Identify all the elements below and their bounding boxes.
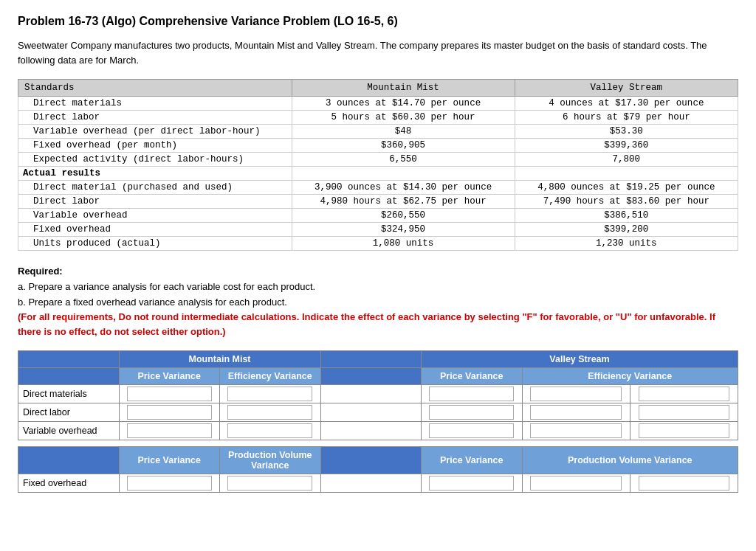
standards-mountain-value: 3,900 ounces at $14.30 per ounce xyxy=(292,181,515,195)
dl-valley-price-input[interactable] xyxy=(429,405,514,420)
vo-valley-efficiency2-input[interactable] xyxy=(639,423,730,438)
standards-mountain-value: $260,550 xyxy=(292,209,515,223)
row-label-fo: Fixed overhead xyxy=(18,474,120,493)
required-section: Required: a. Prepare a variance analysis… xyxy=(18,264,738,339)
fixed-valley-pv-subheader: Production Volume Variance xyxy=(522,447,738,474)
dl-valley-price-input-cell[interactable] xyxy=(422,403,523,422)
separator-cell xyxy=(18,440,738,447)
empty-sub-header xyxy=(18,368,120,385)
dm-mountain-eff-input-cell[interactable] xyxy=(220,385,321,403)
dl-mountain-eff-input-cell[interactable] xyxy=(220,403,321,422)
standards-valley-value: $386,510 xyxy=(515,209,738,223)
fo-valley-pv-input-cell[interactable] xyxy=(522,474,630,493)
standards-mountain-value: 5 hours at $60.30 per hour xyxy=(292,111,515,125)
vo-valley-eff-input-cell[interactable] xyxy=(522,422,630,440)
standards-header-col1: Standards xyxy=(18,80,292,97)
fo-mountain-price-input[interactable] xyxy=(127,476,212,491)
required-note: (For all requirements, Do not round inte… xyxy=(18,310,738,339)
standards-valley-value: $53.30 xyxy=(515,125,738,139)
dm-mountain-price-input-cell[interactable] xyxy=(119,385,220,403)
dl-valley-efficiency-input[interactable] xyxy=(530,405,622,420)
vo-valley-price-input-cell[interactable] xyxy=(422,422,523,440)
fixed-sep-subheader xyxy=(320,447,422,474)
row-label-dm: Direct materials xyxy=(18,385,120,403)
fo-valley-pv2-input[interactable] xyxy=(639,476,730,491)
standards-mountain-value: 1,080 units xyxy=(292,237,515,251)
required-item-b: b. Prepare a fixed overhead variance ana… xyxy=(18,295,738,311)
dm-valley-price-input-cell[interactable] xyxy=(422,385,523,403)
row-label-vo: Variable overhead xyxy=(18,422,120,440)
vo-mountain-efficiency-input[interactable] xyxy=(227,423,312,438)
corner-cell2 xyxy=(320,351,422,368)
fixed-mountain-pv-subheader: Production Volume Variance xyxy=(220,447,321,474)
standards-valley-value: 4 ounces at $17.30 per ounce xyxy=(515,97,738,111)
standards-header-mountain: Mountain Mist xyxy=(292,80,515,97)
fo-valley-price-input[interactable] xyxy=(429,476,514,491)
dm-valley-efficiency-input[interactable] xyxy=(530,387,622,401)
standards-valley-value: $399,200 xyxy=(515,223,738,237)
standards-label: Variable overhead (per direct labor-hour… xyxy=(18,125,292,139)
fixed-subheader-row: Price Variance Production Volume Varianc… xyxy=(18,447,738,474)
vo-valley-eff2-input-cell[interactable] xyxy=(630,422,738,440)
dm-mountain-price-input[interactable] xyxy=(127,387,212,401)
mountain-efficiency-header: Efficiency Variance xyxy=(220,368,321,385)
dm-valley-eff2-input-cell[interactable] xyxy=(630,385,738,403)
vo-valley-efficiency-input[interactable] xyxy=(530,423,622,438)
standards-mountain-value xyxy=(292,167,515,181)
standards-valley-value xyxy=(515,167,738,181)
fixed-corner xyxy=(18,447,120,474)
standards-valley-value: $399,360 xyxy=(515,139,738,153)
dl-valley-efficiency2-input[interactable] xyxy=(639,405,730,420)
standards-label: Variable overhead xyxy=(18,209,292,223)
mountain-mist-header: Mountain Mist xyxy=(119,351,320,368)
standards-mountain-value: 6,550 xyxy=(292,153,515,167)
dl-valley-eff2-input-cell[interactable] xyxy=(630,403,738,422)
standards-valley-value: 7,490 hours at $83.60 per hour xyxy=(515,195,738,209)
standards-label: Fixed overhead xyxy=(18,223,292,237)
table-row: Variable overhead xyxy=(18,422,738,440)
dm-valley-efficiency2-input[interactable] xyxy=(639,387,730,401)
fo-valley-price-input-cell[interactable] xyxy=(422,474,523,493)
page-title: Problem 16-73 (Algo) Comprehensive Varia… xyxy=(18,15,738,28)
standards-label: Direct materials xyxy=(18,97,292,111)
fo-valley-sep xyxy=(320,474,422,493)
vo-mountain-eff-input-cell[interactable] xyxy=(220,422,321,440)
valley-stream-header: Valley Stream xyxy=(422,351,738,368)
standards-label: Direct labor xyxy=(18,111,292,125)
standards-label: Direct material (purchased and used) xyxy=(18,181,292,195)
fo-mountain-pv-input-cell[interactable] xyxy=(220,474,321,493)
dl-mountain-price-input-cell[interactable] xyxy=(119,403,220,422)
dl-mountain-price-input[interactable] xyxy=(127,405,212,420)
dl-valley-eff-input-cell[interactable] xyxy=(522,403,630,422)
corner-cell xyxy=(18,351,120,368)
vo-mountain-price-input-cell[interactable] xyxy=(119,422,220,440)
valley-price-header: Price Variance xyxy=(422,368,523,385)
standards-label: Expected activity (direct labor-hours) xyxy=(18,153,292,167)
dm-valley-eff-input-cell[interactable] xyxy=(522,385,630,403)
fo-valley-pv2-input-cell[interactable] xyxy=(630,474,738,493)
fo-valley-pv-input[interactable] xyxy=(530,476,622,491)
fo-mountain-pv-input[interactable] xyxy=(227,476,312,491)
dm-valley-sep xyxy=(320,385,422,403)
standards-label: Units produced (actual) xyxy=(18,237,292,251)
standards-mountain-value: $48 xyxy=(292,125,515,139)
separator-row xyxy=(18,440,738,447)
dm-mountain-efficiency-input[interactable] xyxy=(227,387,312,401)
fixed-mountain-price-subheader: Price Variance xyxy=(119,447,220,474)
standards-mountain-value: $324,950 xyxy=(292,223,515,237)
dm-valley-price-input[interactable] xyxy=(429,387,514,401)
required-label: Required: xyxy=(18,266,63,277)
dl-mountain-efficiency-input[interactable] xyxy=(227,405,312,420)
standards-label: Direct labor xyxy=(18,195,292,209)
table-row: Direct materials xyxy=(18,385,738,403)
standards-valley-value: 4,800 ounces at $19.25 per ounce xyxy=(515,181,738,195)
standards-label: Actual results xyxy=(18,167,292,181)
valley-efficiency-header: Efficiency Variance xyxy=(522,368,738,385)
vo-mountain-price-input[interactable] xyxy=(127,423,212,438)
standards-mountain-value: $360,905 xyxy=(292,139,515,153)
fo-mountain-price-input-cell[interactable] xyxy=(119,474,220,493)
intro-text: Sweetwater Company manufactures two prod… xyxy=(18,38,738,67)
vo-valley-price-input[interactable] xyxy=(429,423,514,438)
standards-valley-value: 7,800 xyxy=(515,153,738,167)
vo-valley-sep xyxy=(320,422,422,440)
